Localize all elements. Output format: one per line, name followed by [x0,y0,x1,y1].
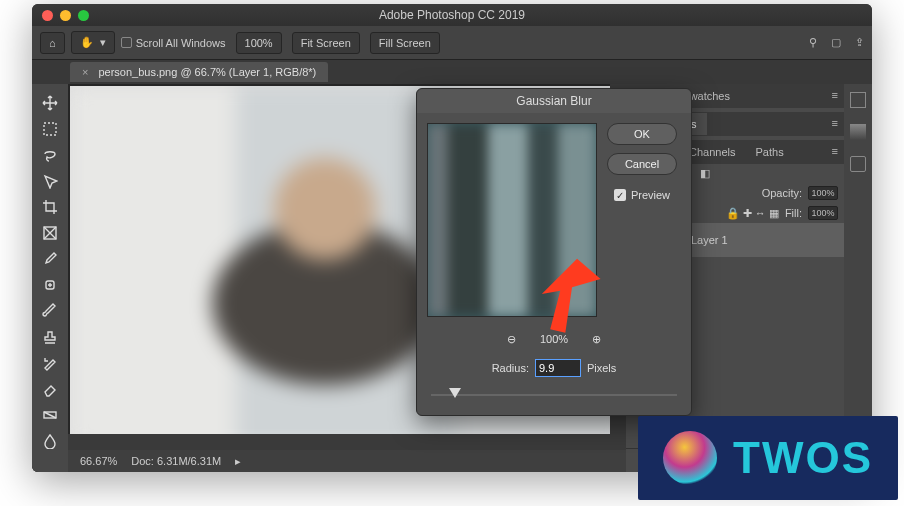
cancel-button[interactable]: Cancel [607,153,677,175]
lasso-tool[interactable] [35,142,65,168]
fit-screen-button[interactable]: Fit Screen [292,32,360,54]
history-brush-tool[interactable] [35,350,65,376]
share-icon[interactable]: ⇪ [855,36,864,49]
home-icon: ⌂ [49,37,56,49]
document-tab-bar: ×person_bus.png @ 66.7% (Layer 1, RGB/8*… [32,60,872,84]
move-tool[interactable] [35,90,65,116]
status-chevron-icon[interactable]: ▸ [235,455,241,468]
hand-tool-indicator[interactable]: ✋▾ [71,31,115,54]
status-bar: 66.67% Doc: 6.31M/6.31M ▸ [68,450,626,472]
collapsed-panel-icon[interactable] [850,92,866,108]
titlebar: Adobe Photoshop CC 2019 [32,4,872,26]
fill-label: Fill: [785,207,802,219]
radius-unit: Pixels [587,362,616,374]
scroll-all-checkbox[interactable]: Scroll All Windows [121,37,226,49]
preview-checkbox[interactable]: ✓Preview [614,189,670,201]
eyedropper-tool[interactable] [35,246,65,272]
tab-paths[interactable]: Paths [746,141,794,163]
watermark-text: TWOS [733,433,873,483]
filter-icon[interactable]: ◧ [700,167,710,180]
zoom-level-button[interactable]: 100% [236,32,282,54]
layer-name[interactable]: Layer 1 [691,234,728,246]
watermark: TWOS [638,416,898,500]
lock-icons[interactable]: 🔒 ✚ ↔ ▦ [726,207,779,220]
radius-slider[interactable] [431,385,677,405]
hand-icon: ✋ [80,36,94,49]
opacity-value[interactable]: 100% [808,186,838,200]
radius-label: Radius: [492,362,529,374]
panel-menu-icon[interactable]: ≡ [832,117,838,129]
collapsed-panel-icon[interactable] [850,124,866,140]
dialog-zoom-readout: 100% [540,333,568,345]
marquee-tool[interactable] [35,116,65,142]
crop-tool[interactable] [35,194,65,220]
zoom-out-button[interactable]: ⊖ [502,329,522,349]
fill-value[interactable]: 100% [808,206,838,220]
close-tab-icon[interactable]: × [82,66,88,78]
gaussian-blur-dialog: Gaussian Blur OK Cancel ✓Preview ⊖ 100% … [416,88,692,416]
quick-select-tool[interactable] [35,168,65,194]
document-tab[interactable]: ×person_bus.png @ 66.7% (Layer 1, RGB/8*… [70,62,328,82]
search-icon[interactable]: ⚲ [809,36,817,49]
bulb-icon [663,431,717,485]
gradient-tool[interactable] [35,402,65,428]
home-button[interactable]: ⌂ [40,32,65,54]
eraser-tool[interactable] [35,376,65,402]
dialog-preview[interactable] [427,123,597,317]
brush-tool[interactable] [35,298,65,324]
panel-menu-icon[interactable]: ≡ [832,145,838,157]
collapsed-panel-strip [844,84,872,472]
slider-knob[interactable] [449,388,461,398]
zoom-in-button[interactable]: ⊕ [586,329,606,349]
svg-rect-0 [44,123,56,135]
ok-button[interactable]: OK [607,123,677,145]
frame-tool[interactable] [35,220,65,246]
dialog-title: Gaussian Blur [417,89,691,113]
tool-panel [32,84,68,472]
options-bar: ⌂ ✋▾ Scroll All Windows 100% Fit Screen … [32,26,872,60]
horizontal-scrollbar[interactable] [68,434,610,450]
collapsed-panel-icon[interactable] [850,156,866,172]
fill-screen-button[interactable]: Fill Screen [370,32,440,54]
zoom-readout[interactable]: 66.67% [80,455,117,467]
stamp-tool[interactable] [35,324,65,350]
blur-tool[interactable] [35,428,65,454]
app-title: Adobe Photoshop CC 2019 [32,8,872,22]
opacity-label: Opacity: [762,187,802,199]
panel-menu-icon[interactable]: ≡ [832,89,838,101]
doc-size-readout: Doc: 6.31M/6.31M [131,455,221,467]
radius-input[interactable] [535,359,581,377]
workspace-icon[interactable]: ▢ [831,36,841,49]
healing-tool[interactable] [35,272,65,298]
